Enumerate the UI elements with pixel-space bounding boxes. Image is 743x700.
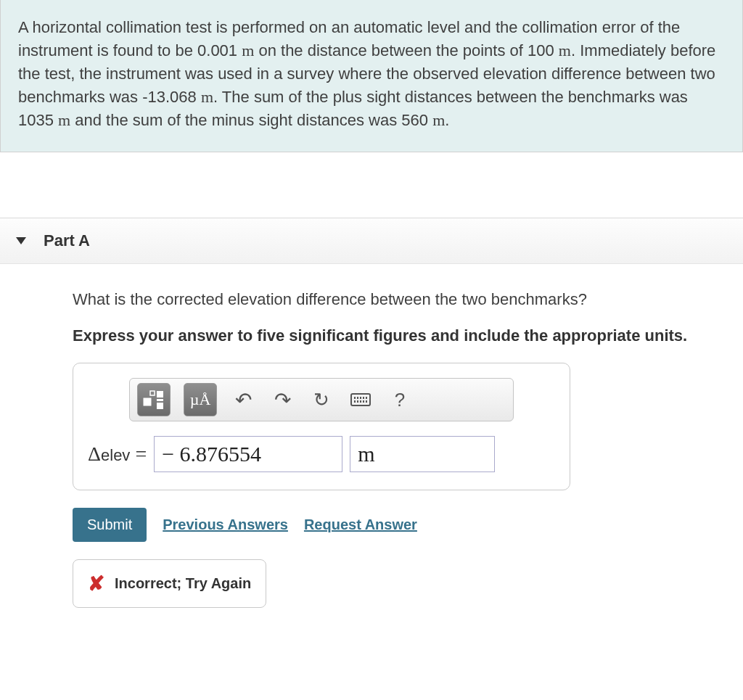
templates-button[interactable] bbox=[137, 383, 171, 416]
problem-statement: A horizontal collimation test is perform… bbox=[0, 0, 743, 152]
submit-button[interactable]: Submit bbox=[73, 508, 147, 542]
answer-unit-input[interactable] bbox=[350, 436, 495, 472]
incorrect-icon: ✘ bbox=[88, 572, 104, 596]
svg-rect-3 bbox=[157, 399, 163, 401]
chevron-down-icon bbox=[16, 237, 26, 244]
redo-button[interactable]: ↷ bbox=[269, 387, 295, 413]
svg-rect-1 bbox=[150, 391, 155, 395]
answer-label: Δelev = bbox=[88, 442, 147, 466]
previous-answers-link[interactable]: Previous Answers bbox=[163, 516, 288, 533]
feedback-text: Incorrect; Try Again bbox=[115, 575, 251, 592]
problem-text: A horizontal collimation test is perform… bbox=[18, 18, 715, 129]
part-body: What is the corrected elevation differen… bbox=[0, 264, 743, 608]
equation-toolbar: µÅ ↶ ↷ ↻ ? bbox=[129, 378, 514, 421]
answer-row: Δelev = bbox=[88, 436, 555, 472]
svg-rect-2 bbox=[157, 391, 163, 398]
units-button[interactable]: µÅ bbox=[184, 383, 217, 416]
undo-button[interactable]: ↶ bbox=[230, 387, 256, 413]
question-text: What is the corrected elevation differen… bbox=[73, 290, 743, 309]
instruction-text: Express your answer to five significant … bbox=[73, 326, 743, 345]
request-answer-link[interactable]: Request Answer bbox=[304, 516, 417, 533]
keyboard-icon bbox=[350, 393, 371, 406]
part-header[interactable]: Part A bbox=[0, 218, 743, 264]
svg-rect-0 bbox=[144, 398, 151, 405]
help-button[interactable]: ? bbox=[387, 387, 413, 413]
feedback-box: ✘ Incorrect; Try Again bbox=[73, 559, 266, 608]
svg-rect-4 bbox=[157, 403, 163, 409]
part-title: Part A bbox=[44, 231, 90, 250]
action-row: Submit Previous Answers Request Answer bbox=[73, 508, 743, 542]
reset-button[interactable]: ↻ bbox=[308, 387, 334, 413]
keyboard-button[interactable] bbox=[348, 387, 374, 413]
answer-value-input[interactable] bbox=[154, 436, 342, 472]
answer-box: µÅ ↶ ↷ ↻ ? Δelev = bbox=[73, 363, 570, 490]
